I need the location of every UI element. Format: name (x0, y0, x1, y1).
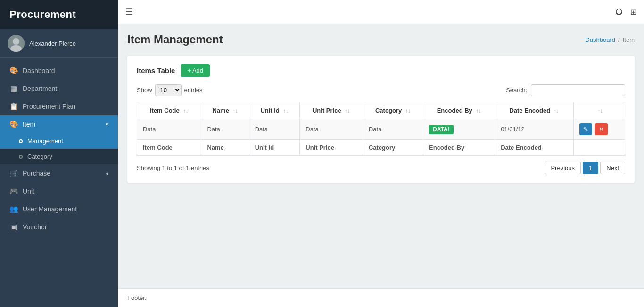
showing-text: Showing 1 to 1 of 1 entries (137, 164, 209, 171)
footer-unit-id: Unit Id (249, 140, 300, 156)
col-unit-id[interactable]: Unit Id ↑↓ (249, 102, 300, 119)
sidebar-username: Alexander Pierce (29, 40, 76, 47)
col-name[interactable]: Name ↑↓ (201, 102, 249, 119)
breadcrumb-separator: / (618, 36, 620, 43)
sidebar-item-label: Purchase (23, 170, 50, 177)
cell-unit-price: Data (300, 119, 363, 140)
sidebar-item-department[interactable]: ▦ Department (0, 80, 118, 97)
sidebar-toggle-icon[interactable]: ☰ (125, 7, 133, 17)
col-date-encoded[interactable]: Date Encoded ↑↓ (495, 102, 574, 119)
sidebar-item-label: Department (23, 85, 57, 92)
sidebar-user: Alexander Pierce (0, 29, 118, 58)
footer-actions (574, 140, 625, 156)
footer-name: Name (201, 140, 249, 156)
sort-icon: ↑↓ (183, 108, 188, 113)
edit-button[interactable]: ✎ (579, 123, 592, 135)
page-header: Item Management Dashboard / Item (127, 33, 635, 46)
pagination: Previous 1 Next (545, 162, 625, 174)
col-encoded-by[interactable]: Encoded By ↑↓ (423, 102, 495, 119)
sidebar-item-category[interactable]: Category (0, 149, 118, 164)
encoded-by-badge: DATA! (429, 125, 454, 134)
search-label: Search: (506, 87, 527, 94)
show-entries: Show 10 25 50 100 entries (137, 84, 203, 96)
sidebar-item-unit[interactable]: 🎮 Unit (0, 182, 118, 200)
table-footer: Showing 1 to 1 of 1 entries Previous 1 N… (137, 162, 625, 174)
sub-dot-icon (19, 155, 23, 159)
table-body: Data Data Data Data Data DATA! 01/01/12 … (137, 119, 625, 156)
sort-icon: ↑↓ (233, 108, 238, 113)
voucher-icon: ▣ (9, 223, 18, 231)
cell-item-code: Data (137, 119, 201, 140)
sidebar-item-procurement-plan[interactable]: 📋 Procurement Plan (0, 97, 118, 115)
footer-encoded-by: Encoded By (423, 140, 495, 156)
col-item-code[interactable]: Item Code ↑↓ (137, 102, 201, 119)
sort-icon: ↑↓ (554, 108, 559, 113)
sidebar-item-purchase[interactable]: 🛒 Purchase ◂ (0, 164, 118, 182)
breadcrumb: Dashboard / Item (585, 36, 635, 43)
svg-point-1 (13, 38, 19, 45)
next-button[interactable]: Next (600, 162, 625, 174)
sidebar-item-label: Category (27, 153, 52, 160)
show-label: Show (137, 87, 152, 94)
search-box: Search: (506, 84, 625, 96)
sidebar-item-user-management[interactable]: 👥 User Management (0, 200, 118, 218)
sidebar-item-label: User Management (23, 205, 77, 213)
add-button[interactable]: + Add (181, 64, 210, 77)
sort-icon: ↑↓ (598, 108, 603, 113)
entries-label: entries (184, 87, 203, 94)
col-category[interactable]: Category ↑↓ (363, 102, 423, 119)
chevron-down-icon: ▾ (106, 121, 108, 128)
cell-encoded-by: DATA! (423, 119, 495, 140)
search-input[interactable] (531, 84, 625, 96)
footer-unit-price: Unit Price (300, 140, 363, 156)
sidebar-item-label: Management (27, 137, 63, 145)
cell-name: Data (201, 119, 249, 140)
dashboard-icon: 🎨 (9, 66, 18, 75)
items-card: Items Table + Add Show 10 25 50 100 entr… (127, 56, 635, 183)
sidebar-item-label: Item (23, 121, 35, 128)
cell-category: Data (363, 119, 423, 140)
page-title: Item Management (127, 33, 223, 46)
sort-icon: ↑↓ (476, 108, 481, 113)
sort-icon: ↑↓ (345, 108, 350, 113)
sidebar-item-item[interactable]: 🎨 Item ▾ (0, 115, 118, 133)
topbar-icons: ⏻ ⊞ (615, 8, 636, 16)
page-1-button[interactable]: 1 (583, 162, 598, 174)
sidebar-item-label: Dashboard (23, 67, 55, 74)
table-controls: Show 10 25 50 100 entries Search: (137, 84, 625, 96)
footer-item-code: Item Code (137, 140, 201, 156)
card-header: Items Table + Add (137, 64, 625, 77)
chevron-right-icon: ◂ (106, 170, 108, 177)
table-header-row: Item Code ↑↓ Name ↑↓ Unit Id ↑↓ Unit P (137, 102, 625, 119)
avatar (8, 35, 25, 52)
department-icon: ▦ (9, 84, 18, 93)
breadcrumb-dashboard-link[interactable]: Dashboard (585, 36, 615, 43)
sidebar: Procurement Alexander Pierce 🎨 Dashboard… (0, 0, 118, 307)
sort-icon: ↑↓ (405, 108, 411, 113)
breadcrumb-current: Item (623, 36, 635, 43)
footer-date-encoded: Date Encoded (495, 140, 574, 156)
footer-bar: Footer. (118, 288, 644, 307)
sidebar-item-label: Voucher (23, 223, 47, 231)
footer-category: Category (363, 140, 423, 156)
table-footer-row: Item Code Name Unit Id Unit Price Catego… (137, 140, 625, 156)
previous-button[interactable]: Previous (545, 162, 581, 174)
delete-button[interactable]: ✕ (595, 123, 608, 135)
unit-icon: 🎮 (9, 187, 18, 195)
purchase-icon: 🛒 (9, 169, 18, 178)
entries-select[interactable]: 10 25 50 100 (155, 84, 182, 96)
sidebar-item-dashboard[interactable]: 🎨 Dashboard (0, 62, 118, 80)
main-content: ☰ ⏻ ⊞ Item Management Dashboard / Item I… (118, 0, 644, 307)
grid-icon[interactable]: ⊞ (630, 8, 636, 16)
sidebar-item-voucher[interactable]: ▣ Voucher (0, 218, 118, 236)
table-row: Data Data Data Data Data DATA! 01/01/12 … (137, 119, 625, 140)
sidebar-item-management[interactable]: Management (0, 133, 118, 149)
cell-unit-id: Data (249, 119, 300, 140)
sub-dot-icon (19, 139, 23, 143)
sort-icon: ↑↓ (283, 108, 289, 113)
card-title: Items Table (137, 66, 175, 74)
col-unit-price[interactable]: Unit Price ↑↓ (300, 102, 363, 119)
data-table: Item Code ↑↓ Name ↑↓ Unit Id ↑↓ Unit P (137, 102, 625, 156)
power-icon[interactable]: ⏻ (615, 8, 623, 16)
action-btns: ✎ ✕ (579, 123, 619, 135)
